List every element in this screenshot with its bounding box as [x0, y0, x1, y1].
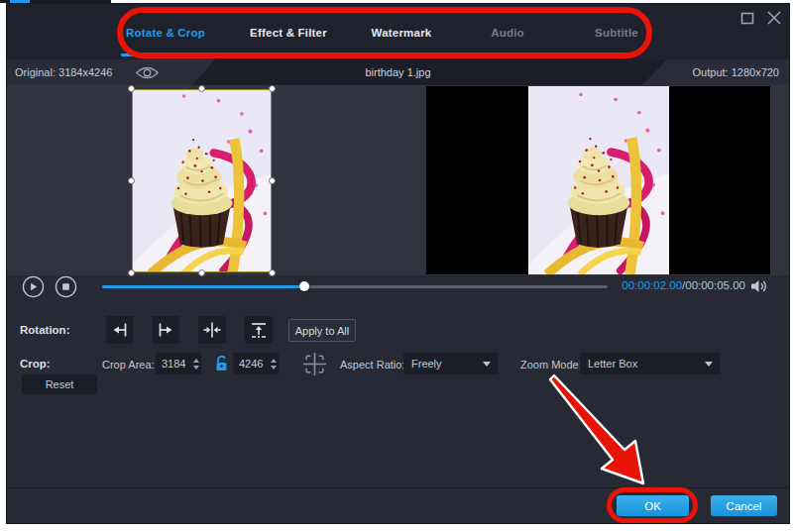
- tab-rotate-crop[interactable]: Rotate & Crop: [126, 27, 205, 39]
- original-preview: [132, 89, 272, 272]
- maximize-icon: [740, 12, 754, 25]
- tab-subtitle[interactable]: Subtitle: [595, 27, 638, 39]
- tab-audio[interactable]: Audio: [491, 27, 524, 39]
- crop-center-button[interactable]: [301, 351, 328, 377]
- volume-icon: [750, 278, 769, 294]
- crop-handle-bm[interactable]: [198, 269, 205, 276]
- current-time: 00:00:02.00: [622, 279, 682, 291]
- close-icon: [766, 10, 782, 26]
- cancel-button[interactable]: Cancel: [711, 495, 777, 516]
- crop-width-stepper[interactable]: [193, 359, 199, 370]
- compare-eye-button[interactable]: [134, 65, 161, 80]
- rotate-left-icon: [109, 319, 131, 341]
- volume-button[interactable]: [750, 278, 769, 294]
- reset-button[interactable]: Reset: [22, 374, 97, 394]
- crop-height-stepper[interactable]: [271, 359, 277, 370]
- stop-button[interactable]: [55, 275, 77, 298]
- crop-width-input[interactable]: [156, 358, 191, 370]
- crop-handle-tr[interactable]: [269, 85, 276, 92]
- eye-icon: [134, 65, 161, 80]
- maximize-button[interactable]: [740, 12, 754, 25]
- crop-height-field[interactable]: [233, 353, 279, 374]
- original-size-panel: Original: 3184x4246: [7, 59, 215, 85]
- flip-vertical-icon: [248, 319, 270, 341]
- rotate-left-button[interactable]: [106, 316, 134, 344]
- crop-width-field[interactable]: [156, 353, 201, 374]
- crop-center-icon: [301, 351, 328, 377]
- crop-handle-tl[interactable]: [128, 85, 135, 92]
- output-size-panel: Output: 1280x720: [642, 59, 789, 85]
- crop-handle-ml[interactable]: [128, 177, 135, 184]
- crop-height-input[interactable]: [233, 358, 269, 370]
- crop-handle-mr[interactable]: [269, 177, 276, 184]
- flip-horizontal-icon: [201, 319, 223, 341]
- active-tab-underline: [121, 53, 210, 56]
- seek-bar[interactable]: [102, 285, 608, 288]
- lock-open-icon: [214, 355, 229, 372]
- chevron-down-icon: [483, 362, 491, 367]
- total-time: /00:00:05.00: [682, 279, 745, 291]
- apply-to-all-button[interactable]: Apply to All: [288, 319, 356, 342]
- close-button[interactable]: [766, 10, 782, 26]
- play-button[interactable]: [22, 275, 45, 298]
- play-icon: [22, 275, 45, 298]
- rotate-right-icon: [155, 319, 176, 341]
- tab-bar: Rotate & Crop Effect & Filter Watermark …: [7, 4, 789, 59]
- zoom-mode-dropdown[interactable]: Letter Box: [580, 353, 721, 374]
- aspect-lock-button[interactable]: [214, 355, 229, 372]
- screenshot-canvas: Rotate & Crop Effect & Filter Watermark …: [0, 0, 793, 532]
- rotation-label: Rotation:: [20, 324, 69, 336]
- stepper-down-icon[interactable]: [271, 366, 277, 370]
- output-size-label: Output: 1280x720: [642, 59, 789, 85]
- chevron-down-icon: [705, 362, 713, 367]
- aspect-ratio-label: Aspect Ratio:: [340, 359, 404, 371]
- crop-label: Crop:: [20, 358, 51, 370]
- seek-thumb[interactable]: [299, 281, 309, 291]
- flip-horizontal-button[interactable]: [198, 316, 226, 344]
- output-preview-image: [528, 86, 669, 274]
- seek-bar-progress: [102, 285, 304, 288]
- crop-area-label: Crop Area:: [102, 359, 155, 371]
- tab-watermark[interactable]: Watermark: [372, 27, 432, 39]
- stepper-up-icon[interactable]: [193, 359, 199, 363]
- footer-divider: [7, 487, 789, 488]
- crop-handle-bl[interactable]: [128, 269, 135, 276]
- zoom-mode-value: Letter Box: [588, 358, 637, 370]
- aspect-ratio-dropdown[interactable]: Freely: [403, 353, 499, 374]
- crop-selection[interactable]: [132, 89, 272, 272]
- zoom-mode-label: Zoom Mode:: [520, 359, 582, 371]
- stepper-down-icon[interactable]: [193, 366, 199, 370]
- ok-button[interactable]: OK: [617, 495, 689, 516]
- stepper-up-icon[interactable]: [271, 359, 277, 363]
- original-size-label: Original: 3184x4246: [7, 59, 215, 85]
- crop-handle-br[interactable]: [269, 269, 276, 276]
- rotate-right-button[interactable]: [152, 316, 179, 344]
- output-preview: [426, 86, 770, 274]
- flip-vertical-button[interactable]: [245, 316, 273, 344]
- aspect-ratio-value: Freely: [411, 358, 442, 370]
- time-display: 00:00:02.00/00:00:05.00: [615, 279, 745, 291]
- crop-handle-tm[interactable]: [198, 85, 205, 92]
- tab-effect-filter[interactable]: Effect & Filter: [250, 27, 327, 39]
- stop-icon: [55, 275, 77, 298]
